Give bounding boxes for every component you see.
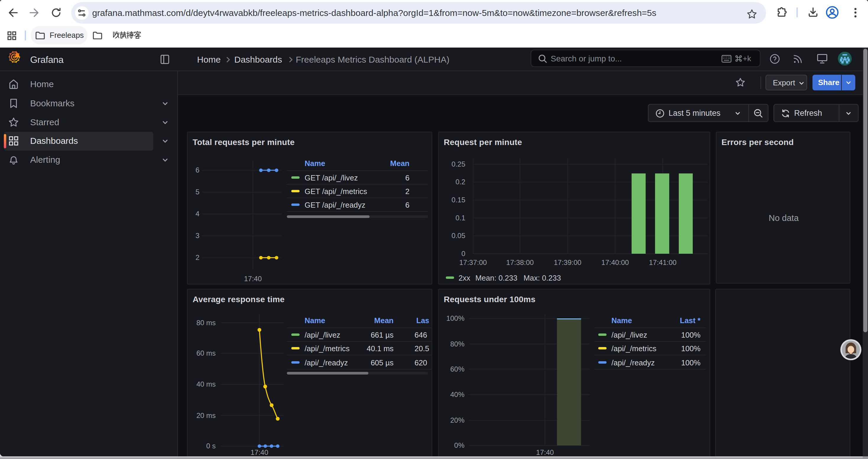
svg-text:6: 6 xyxy=(195,166,199,174)
svg-text:5: 5 xyxy=(195,188,199,196)
svg-text:3: 3 xyxy=(195,232,199,239)
svg-text:17:39:00: 17:39:00 xyxy=(554,258,581,266)
svg-text:80%: 80% xyxy=(450,340,464,348)
svg-text:17:37:00: 17:37:00 xyxy=(459,258,487,266)
svg-text:17:40:00: 17:40:00 xyxy=(601,258,629,266)
svg-text:17:40: 17:40 xyxy=(251,448,268,456)
svg-text:17:41:00: 17:41:00 xyxy=(649,258,676,266)
svg-text:0.25: 0.25 xyxy=(452,160,465,168)
svg-text:100%: 100% xyxy=(446,314,464,322)
svg-text:0%: 0% xyxy=(454,441,464,449)
svg-text:2: 2 xyxy=(195,254,199,261)
svg-text:40 ms: 40 ms xyxy=(196,380,216,388)
svg-text:0.1: 0.1 xyxy=(456,214,465,222)
svg-text:60 ms: 60 ms xyxy=(196,349,216,357)
svg-text:17:40: 17:40 xyxy=(536,448,554,456)
svg-text:0.2: 0.2 xyxy=(456,178,465,186)
svg-text:80 ms: 80 ms xyxy=(196,319,216,327)
svg-text:4: 4 xyxy=(195,210,199,218)
svg-text:0 s: 0 s xyxy=(206,442,216,450)
svg-text:17:40: 17:40 xyxy=(244,275,262,283)
svg-text:20 ms: 20 ms xyxy=(196,412,216,419)
svg-text:20%: 20% xyxy=(450,416,464,424)
svg-text:40%: 40% xyxy=(450,391,464,398)
svg-text:0: 0 xyxy=(462,250,465,258)
svg-text:0.15: 0.15 xyxy=(452,196,465,204)
svg-text:17:38:00: 17:38:00 xyxy=(506,258,533,266)
svg-text:0.05: 0.05 xyxy=(452,232,465,239)
svg-text:60%: 60% xyxy=(450,365,464,373)
